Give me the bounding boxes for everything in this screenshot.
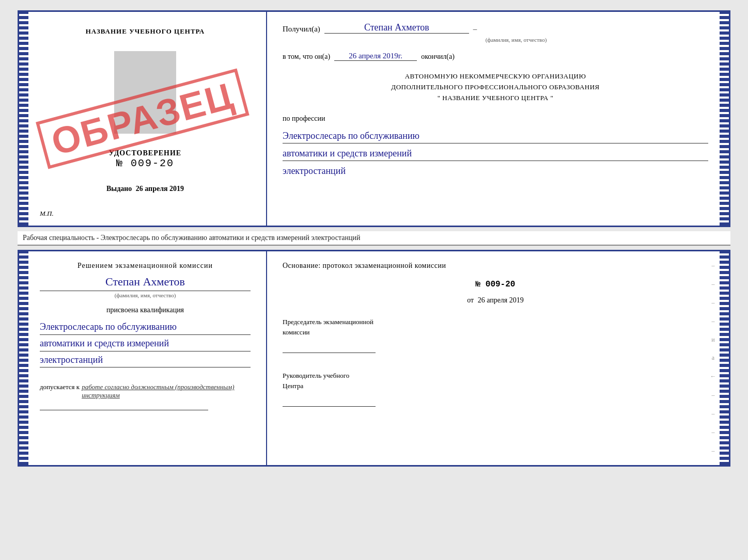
rukovoditel-sign-line xyxy=(283,406,376,407)
predsedatel-block: Председатель экзаменационной комиссии xyxy=(283,317,708,356)
org-block: АВТОНОМНУЮ НЕКОММЕРЧЕСКУЮ ОРГАНИЗАЦИЮ ДО… xyxy=(283,71,708,103)
udostoverenie-label: УДОСТОВЕРЕНИЕ xyxy=(109,149,181,157)
predsedatel-label2: комиссии xyxy=(283,327,708,338)
dopuskaetsya-label: допускается к xyxy=(40,383,80,391)
po-professii-label: по профессии xyxy=(283,115,708,123)
bottom-left-panel: Решением экзаменационной комиссии Степан… xyxy=(19,251,267,465)
mp-line: М.П. xyxy=(40,210,54,218)
rukovoditel-label2: Центра xyxy=(283,381,708,391)
dopuskaetsya-line: допускается к работе согласно должностны… xyxy=(40,383,251,399)
predsedatel-label: Председатель экзаменационной xyxy=(283,317,708,327)
bottom-right-panel: Основание: протокол экзаменационной коми… xyxy=(267,251,729,465)
profession-block: Электрослесарь по обслуживанию автоматик… xyxy=(283,129,708,178)
poluchil-line: Получил(а) Степан Ахметов – xyxy=(283,22,708,34)
recipient-name: Степан Ахметов xyxy=(324,22,469,34)
osnovanie-label: Основание: протокол экзаменационной коми… xyxy=(283,262,446,269)
graduation-date: 26 апреля 2019г. xyxy=(334,52,417,61)
org-line1: АВТОНОМНУЮ НЕКОММЕРЧЕСКУЮ ОРГАНИЗАЦИЮ xyxy=(283,71,708,82)
cert-left-panel: НАЗВАНИЕ УЧЕБНОГО ЦЕНТРА УДОСТОВЕРЕНИЕ №… xyxy=(19,12,267,226)
kvalif-block: Электрослесарь по обслуживанию автоматик… xyxy=(40,319,251,373)
ot-date-line: от 26 апреля 2019 xyxy=(283,296,708,305)
osnovanie-block: Основание: протокол экзаменационной коми… xyxy=(283,262,708,270)
vydano-line: Выдано 26 апреля 2019 xyxy=(106,185,184,193)
udostoverenie-block: УДОСТОВЕРЕНИЕ № 009-20 xyxy=(109,149,181,169)
org-line2: ДОПОЛНИТЕЛЬНОГО ПРОФЕССИОНАЛЬНОГО ОБРАЗО… xyxy=(283,82,708,93)
cert-number: № 009-20 xyxy=(109,157,181,169)
right-deco-top: –––– иа← –––– xyxy=(713,12,729,226)
kvalif-line2: автоматики и средств измерений xyxy=(40,336,251,351)
kvalif-line3: электростанций xyxy=(40,353,251,368)
org-line3: " НАЗВАНИЕ УЧЕБНОГО ЦЕНТРА " xyxy=(283,93,708,104)
vtom-line: в том, что он(а) 26 апреля 2019г. окончи… xyxy=(283,52,708,61)
predsedatel-sign-line xyxy=(283,353,376,353)
photo-placeholder xyxy=(114,51,176,134)
profession-line2: автоматики и средств измерений xyxy=(283,147,708,161)
specialty-note: Рабочая специальность - Электрослесарь п… xyxy=(18,231,730,246)
right-deco-bottom: –––– иа← –––– xyxy=(707,251,720,465)
rukovoditel-block: Руководитель учебного Центра xyxy=(283,371,708,407)
fio-hint-top: (фамилия, имя, отчество) xyxy=(324,37,708,43)
ot-date: 26 апреля 2019 xyxy=(478,296,524,304)
rukovoditel-label: Руководитель учебного xyxy=(283,371,708,381)
vydano-date: 26 апреля 2019 xyxy=(136,185,184,193)
protocol-number: № 009-20 xyxy=(283,280,708,289)
bottom-name: Степан Ахметов xyxy=(40,275,251,291)
top-certificate: НАЗВАНИЕ УЧЕБНОГО ЦЕНТРА УДОСТОВЕРЕНИЕ №… xyxy=(18,10,730,227)
resheniem-label: Решением экзаменационной комиссии xyxy=(40,262,251,270)
document-container: НАЗВАНИЕ УЧЕБНОГО ЦЕНТРА УДОСТОВЕРЕНИЕ №… xyxy=(18,10,730,467)
kvalif-line1: Электрослесарь по обслуживанию xyxy=(40,319,251,335)
cert-right-panel: Получил(а) Степан Ахметов – (фамилия, им… xyxy=(267,12,729,226)
cert-title: НАЗВАНИЕ УЧЕБНОГО ЦЕНТРА xyxy=(86,27,205,36)
okonchil-label: окончил(а) xyxy=(421,53,455,61)
dash1: – xyxy=(473,25,477,34)
prisvoena-label: присвоена квалификация xyxy=(40,306,251,314)
vydano-label: Выдано xyxy=(106,185,132,193)
bottom-left-sign-line xyxy=(40,410,208,410)
profession-line1: Электрослесарь по обслуживанию xyxy=(283,129,708,143)
profession-line3: электростанций xyxy=(283,164,708,178)
bottom-certificate: Решением экзаменационной комиссии Степан… xyxy=(18,250,730,467)
ot-label: от xyxy=(467,296,474,304)
poluchil-label: Получил(а) xyxy=(283,25,320,34)
dopuskaetsya-val: работе согласно должностным (производств… xyxy=(82,383,251,399)
fio-hint-bottom: (фамилия, имя, отчество) xyxy=(40,292,251,298)
vtom-label: в том, что он(а) xyxy=(283,53,330,61)
